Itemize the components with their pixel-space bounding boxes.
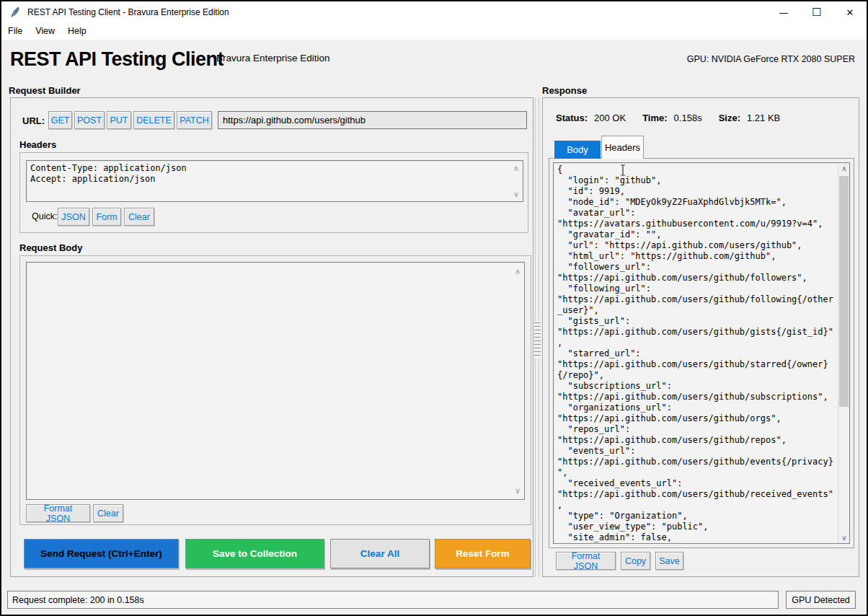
scroll-down-icon[interactable]: ∨: [512, 190, 521, 198]
request-body-input[interactable]: [27, 263, 524, 499]
status-value: 200 OK: [594, 113, 626, 123]
size-label: Size:: [719, 113, 740, 123]
request-body-title: Request Body: [19, 242, 82, 253]
response-status-row: Status: 200 OK Time: 0.158s Size: 1.21 K…: [556, 113, 780, 123]
quick-json-button[interactable]: JSON: [58, 208, 89, 226]
format-json-button[interactable]: Format JSON: [26, 504, 90, 522]
app-window: REST API Testing Client - Bravura Enterp…: [0, 0, 868, 616]
response-body-wrap: { "login": "github", "id": 9919, "node_i…: [553, 162, 850, 544]
save-to-collection-button[interactable]: Save to Collection: [185, 539, 324, 568]
panel-splitter[interactable]: [535, 97, 539, 577]
scroll-down-icon[interactable]: ∨: [513, 486, 522, 495]
response-panel: Status: 200 OK Time: 0.158s Size: 1.21 K…: [542, 97, 859, 577]
body-textarea-wrap: ∧ ∨: [26, 262, 525, 500]
url-label: URL:: [22, 115, 45, 126]
close-icon[interactable]: ✕: [833, 1, 867, 23]
gpu-info-label: GPU: NVIDIA GeForce RTX 2080 SUPER: [687, 54, 855, 64]
python-feather-icon: [10, 6, 22, 18]
request-builder-title: Request Builder: [9, 85, 81, 96]
minimize-icon[interactable]: —: [767, 1, 800, 23]
response-body-text[interactable]: { "login": "github", "id": 9919, "node_i…: [554, 163, 837, 544]
send-request-button[interactable]: Send Request (Ctrl+Enter): [24, 539, 179, 568]
headers-frame: Content-Type: application/json Accept: a…: [19, 152, 528, 233]
menu-file[interactable]: File: [1, 24, 29, 38]
method-patch-button[interactable]: PATCH: [177, 111, 212, 129]
copy-button[interactable]: Copy: [621, 552, 650, 570]
maximize-icon[interactable]: ☐: [800, 1, 833, 23]
gpu-detected-button[interactable]: GPU Detected: [786, 591, 856, 609]
tab-headers[interactable]: Headers: [601, 136, 644, 159]
title-bar: REST API Testing Client - Bravura Enterp…: [1, 1, 867, 23]
response-title: Response: [542, 85, 587, 96]
scroll-up-icon[interactable]: ∧: [513, 267, 522, 276]
app-header: REST API Testing Client Bravura Enterpri…: [1, 40, 867, 82]
scroll-up-icon[interactable]: ∧: [512, 164, 521, 172]
method-put-button[interactable]: PUT: [107, 111, 131, 129]
clear-body-button[interactable]: Clear: [93, 504, 123, 522]
response-scrollbar[interactable]: ∧ ∨: [838, 163, 849, 543]
menu-bar: File View Help: [1, 23, 867, 40]
window-controls: — ☐ ✕: [767, 1, 867, 23]
request-body-frame: ∧ ∨ Format JSON Clear: [19, 255, 531, 525]
url-input[interactable]: [218, 111, 527, 129]
status-message-text: Request complete: 200 in 0.158s: [12, 595, 144, 605]
status-message: Request complete: 200 in 0.158s: [7, 591, 779, 609]
quick-label: Quick:: [32, 211, 57, 221]
scroll-up-icon[interactable]: ∧: [838, 163, 850, 174]
window-title: REST API Testing Client - Bravura Enterp…: [27, 7, 229, 17]
method-post-button[interactable]: POST: [74, 111, 105, 129]
time-value: 0.158s: [674, 113, 702, 123]
format-json-response-button[interactable]: Format JSON: [556, 552, 616, 570]
size-value: 1.21 KB: [747, 113, 780, 123]
menu-help[interactable]: Help: [61, 24, 93, 38]
menu-view[interactable]: View: [29, 24, 61, 38]
request-builder-panel: URL: GET POST PUT DELETE PATCH Headers C…: [10, 97, 533, 577]
tab-body[interactable]: Body: [554, 141, 601, 159]
scrollbar-thumb[interactable]: [839, 176, 849, 407]
quick-form-button[interactable]: Form: [92, 208, 121, 226]
status-label: Status:: [556, 113, 588, 123]
reset-form-button[interactable]: Reset Form: [435, 539, 531, 568]
headers-textarea-wrap: Content-Type: application/json Accept: a…: [26, 160, 523, 202]
page-title: REST API Testing Client: [10, 48, 223, 71]
response-tab-pane: { "login": "github", "id": 9919, "node_i…: [549, 158, 854, 548]
headers-input[interactable]: Content-Type: application/json Accept: a…: [27, 161, 523, 201]
splitter-grip-icon: [534, 321, 541, 358]
clear-all-button[interactable]: Clear All: [330, 539, 430, 568]
method-get-button[interactable]: GET: [48, 111, 72, 129]
quick-clear-button[interactable]: Clear: [124, 208, 154, 226]
edition-subtitle: Bravura Enterprise Edition: [216, 53, 330, 63]
scroll-down-icon[interactable]: ∨: [838, 532, 850, 543]
headers-section-title: Headers: [19, 139, 56, 150]
time-label: Time:: [642, 113, 667, 123]
save-button[interactable]: Save: [655, 552, 683, 570]
method-delete-button[interactable]: DELETE: [133, 111, 174, 129]
